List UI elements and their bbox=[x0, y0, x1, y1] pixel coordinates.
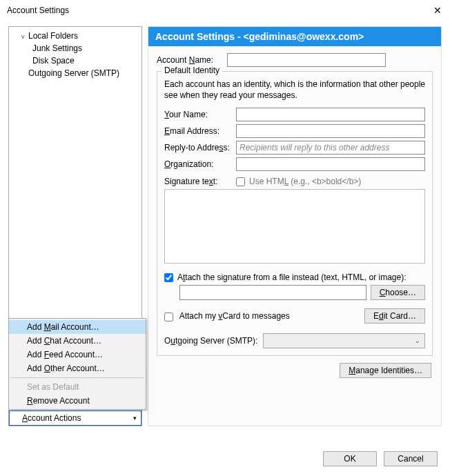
attach-file-checkbox[interactable] bbox=[164, 273, 173, 282]
tree-label: Local Folders bbox=[28, 31, 78, 41]
organization-input[interactable] bbox=[236, 157, 425, 171]
attach-vcard-label: Attach my vCard to messages bbox=[179, 311, 290, 321]
account-actions-label: ccount Actions bbox=[28, 413, 81, 423]
signature-textarea[interactable] bbox=[164, 189, 425, 264]
outgoing-server-select[interactable]: ⌄ bbox=[263, 333, 425, 348]
chevron-down-icon: ⌄ bbox=[415, 337, 420, 344]
menu-separator bbox=[10, 377, 144, 378]
menu-add-feed-account[interactable]: Add Feed Account… bbox=[9, 348, 146, 361]
cancel-button[interactable]: Cancel bbox=[384, 451, 438, 466]
window-title: Account Settings bbox=[7, 6, 69, 15]
default-identity-legend: Default Identity bbox=[162, 66, 222, 75]
close-icon[interactable]: ✕ bbox=[429, 5, 446, 16]
email-label: Email Address: bbox=[164, 126, 236, 136]
account-name-label: Account Name: bbox=[157, 55, 227, 65]
pane-banner: Account Settings - <gediminas@owexx.com> bbox=[148, 27, 441, 46]
tree-item-smtp[interactable]: Outgoing Server (SMTP) bbox=[9, 67, 141, 79]
your-name-label: Your Name: bbox=[164, 110, 236, 119]
tree-item-local-folders[interactable]: vLocal Folders bbox=[9, 30, 141, 42]
account-name-input[interactable] bbox=[227, 53, 386, 67]
email-input[interactable] bbox=[236, 124, 425, 138]
signature-file-input[interactable] bbox=[179, 285, 366, 300]
menu-add-mail-account[interactable]: Add Mail Account… bbox=[9, 320, 146, 334]
attach-file-label: Attach the signature from a file instead… bbox=[177, 272, 407, 282]
organization-label: Organization: bbox=[164, 159, 236, 169]
outgoing-server-label: Outgoing Server (SMTP): bbox=[164, 336, 257, 346]
identity-description: Each account has an identity, which is t… bbox=[164, 79, 425, 101]
dropdown-caret-icon: ▾ bbox=[133, 415, 137, 422]
manage-identities-button[interactable]: Manage Identities… bbox=[340, 363, 431, 378]
chevron-down-icon: v bbox=[21, 33, 28, 40]
signature-text-label: Signature text: bbox=[164, 177, 236, 186]
attach-vcard-checkbox[interactable] bbox=[164, 313, 173, 321]
tree-item-junk-settings[interactable]: Junk Settings bbox=[9, 42, 141, 54]
tree-item-disk-space[interactable]: Disk Space bbox=[9, 54, 141, 67]
ok-button[interactable]: OK bbox=[323, 451, 377, 466]
reply-to-label: Reply-to Address: bbox=[164, 143, 236, 152]
menu-add-chat-account[interactable]: Add Chat Account… bbox=[9, 334, 146, 348]
reply-to-input[interactable] bbox=[236, 141, 425, 155]
account-actions-button[interactable]: Account Actions ▾ bbox=[9, 410, 141, 426]
use-html-checkbox[interactable] bbox=[236, 177, 245, 186]
edit-card-button[interactable]: Edit Card… bbox=[364, 308, 425, 324]
default-identity-group: Default Identity Each account has an ide… bbox=[157, 71, 433, 356]
menu-set-as-default: Set as Default bbox=[9, 380, 146, 394]
menu-remove-account[interactable]: Remove Account bbox=[9, 394, 146, 408]
use-html-label: Use HTML (e.g., <b>bold</b>) bbox=[249, 177, 361, 186]
menu-add-other-account[interactable]: Add Other Account… bbox=[9, 361, 146, 375]
settings-pane: Account Settings - <gediminas@owexx.com>… bbox=[148, 26, 442, 426]
account-actions-menu: Add Mail Account… Add Chat Account… Add … bbox=[8, 318, 146, 410]
choose-file-button[interactable]: Choose… bbox=[371, 285, 425, 300]
your-name-input[interactable] bbox=[236, 108, 425, 121]
